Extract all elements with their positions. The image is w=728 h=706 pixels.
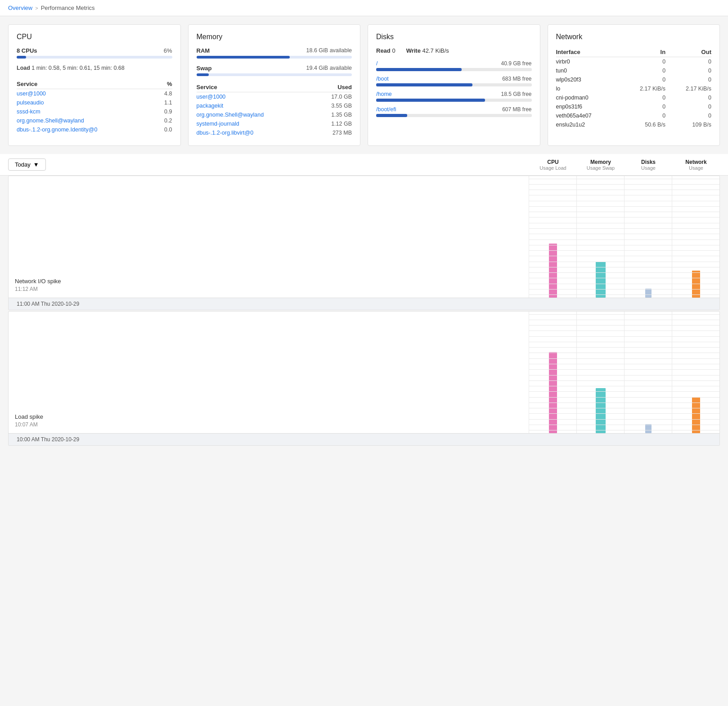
top-cards: CPU 8 CPUs 6% Load 1 min: 0.58, 5 min: 0… — [0, 16, 728, 154]
cpu-cores-label: 8 CPUs — [17, 47, 37, 54]
net-iface-name: tun0 — [556, 66, 620, 75]
net-iface-out: 0 — [665, 57, 711, 67]
swap-progress-fill — [197, 73, 209, 76]
disks-title: Disks — [376, 33, 532, 41]
disk-rw-row: Read 0 Write 42.7 KiB/s — [376, 47, 532, 54]
disk-read-label: Read — [376, 47, 391, 54]
chart-col-cpu — [529, 312, 576, 433]
swap-avail: 19.4 GiB available — [306, 65, 352, 72]
net-interface-row: cni-podman000 — [556, 93, 712, 102]
ram-section: RAM 18.6 GiB available — [197, 47, 352, 59]
chart-col-mem — [576, 312, 624, 433]
mem-service-name[interactable]: org.gnome.Shell@wayland — [197, 110, 315, 119]
col-header-sub: Usage — [625, 165, 672, 171]
cpu-service-name[interactable]: sssd-kcm — [17, 107, 158, 116]
disk-bar-bg — [376, 114, 532, 117]
row-event-name: Load spike — [15, 413, 522, 420]
net-in-col-header: In — [620, 47, 665, 57]
timeline-col-header: DisksUsage — [625, 159, 672, 171]
cpu-service-name[interactable]: org.gnome.Shell@wayland — [17, 116, 158, 125]
cpu-service-pct: 0.2 — [158, 116, 172, 125]
net-iface-name: virbr0 — [556, 57, 620, 67]
disk-free: 40.9 GB free — [501, 60, 531, 67]
network-table: Interface In Out virbr000tun000wlp0s20f3… — [556, 47, 712, 129]
row-label-section: Network I/O spike 11:12 AM — [9, 176, 529, 298]
time-label-row: 11:00 AM Thu 2020-10-29 — [9, 298, 719, 310]
timeline-row: Network I/O spike 11:12 AM — [8, 176, 720, 310]
ram-progress-bg — [197, 56, 352, 59]
swap-progress-bg — [197, 73, 352, 76]
mem-service-col-header: Service — [197, 82, 315, 92]
net-spike — [692, 271, 700, 298]
cpu-service-pct: 0.0 — [158, 125, 172, 134]
disk-bar-bg — [376, 68, 532, 71]
disk-bar-fill — [376, 83, 472, 86]
net-iface-out: 0 — [665, 66, 711, 75]
net-interface-row: virbr000 — [556, 57, 712, 67]
breadcrumb-current: Performance Metrics — [41, 5, 95, 11]
cpu-service-table: Service % user@10004.8pulseaudio1.1sssd-… — [17, 79, 172, 134]
net-iface-out: 0 — [665, 111, 711, 120]
mem-service-row: systemd-journald1.12 GB — [197, 119, 352, 128]
breadcrumb: Overview > Performance Metrics — [0, 0, 728, 16]
net-interface-row: veth065a4e0700 — [556, 111, 712, 120]
disk-mount-item: /home 18.5 GB free — [376, 91, 532, 102]
cpu-progress-fill — [17, 56, 26, 59]
col-header-sub: Usage Swap — [577, 165, 625, 171]
breadcrumb-separator: > — [35, 5, 38, 11]
timeline-row: Load spike 10:07 AM — [8, 311, 720, 446]
net-iface-in: 0 — [620, 102, 665, 111]
disk-free: 18.5 GB free — [501, 91, 531, 97]
col-header-main: Network — [672, 159, 720, 165]
mem-service-name[interactable]: user@1000 — [197, 92, 315, 102]
col-header-main: Disks — [625, 159, 672, 165]
disk-write-val: 42.7 KiB/s — [422, 47, 449, 54]
ram-label: RAM — [197, 47, 210, 54]
today-label: Today — [15, 161, 31, 168]
net-iface-out: 109 B/s — [665, 120, 711, 129]
disk-mount-item: /boot/efi 607 MB free — [376, 106, 532, 117]
mem-service-name[interactable]: systemd-journald — [197, 119, 315, 128]
mem-service-name[interactable]: dbus-.1.2-org.libvirt@0 — [197, 128, 315, 137]
net-spike — [692, 397, 700, 433]
chart-col-disks — [624, 312, 672, 433]
disk-path[interactable]: / — [376, 60, 377, 67]
row-event-time: 11:12 AM — [15, 286, 522, 292]
row-event-time: 10:07 AM — [15, 421, 522, 428]
disk-path[interactable]: /home — [376, 91, 392, 97]
net-iface-name: cni-podman0 — [556, 93, 620, 102]
net-interface-row: enslu2u1u250.6 B/s109 B/s — [556, 120, 712, 129]
net-iface-name: enp0s31f6 — [556, 102, 620, 111]
disk-spike — [645, 289, 652, 298]
cpu-service-name[interactable]: pulseaudio — [17, 98, 158, 107]
disks-card: Disks Read 0 Write 42.7 KiB/s / 40.9 GB … — [368, 24, 540, 146]
net-iface-out: 0 — [665, 102, 711, 111]
timeline-col-headers: CPUUsage LoadMemoryUsage SwapDisksUsageN… — [529, 159, 720, 171]
disk-path[interactable]: /boot — [376, 76, 389, 82]
breadcrumb-overview[interactable]: Overview — [8, 5, 32, 11]
mem-spike — [596, 388, 606, 433]
cpu-service-name[interactable]: user@1000 — [17, 89, 158, 99]
disk-mounts: / 40.9 GB free /boot 683 MB free /home 1… — [376, 60, 532, 117]
disk-path[interactable]: /boot/efi — [376, 106, 396, 113]
row-event-name: Network I/O spike — [15, 278, 522, 285]
cpu-service-row: user@10004.8 — [17, 89, 172, 99]
net-iface-name: veth065a4e07 — [556, 111, 620, 120]
net-interface-row: enp0s31f600 — [556, 102, 712, 111]
net-iface-in: 0 — [620, 111, 665, 120]
net-iface-in: 50.6 B/s — [620, 120, 665, 129]
mem-service-name[interactable]: packagekit — [197, 101, 315, 110]
mem-spike — [596, 262, 606, 298]
net-out-col-header: Out — [665, 47, 711, 57]
ram-avail: 18.6 GiB available — [306, 47, 352, 54]
cpu-service-row: dbus-.1.2-org.gnome.Identity@00.0 — [17, 125, 172, 134]
timeline-col-header: NetworkUsage — [672, 159, 720, 171]
cpu-service-name[interactable]: dbus-.1.2-org.gnome.Identity@0 — [17, 125, 158, 134]
net-iface-out: 0 — [665, 75, 711, 84]
mem-service-row: user@100017.0 GB — [197, 92, 352, 102]
cpu-card: CPU 8 CPUs 6% Load 1 min: 0.58, 5 min: 0… — [8, 24, 181, 146]
today-button[interactable]: Today ▼ — [8, 158, 46, 171]
cpu-load-label: Load — [17, 65, 30, 71]
cpu-service-row: sssd-kcm0.9 — [17, 107, 172, 116]
memory-service-table: Service Used user@100017.0 GBpackagekit3… — [197, 82, 352, 137]
